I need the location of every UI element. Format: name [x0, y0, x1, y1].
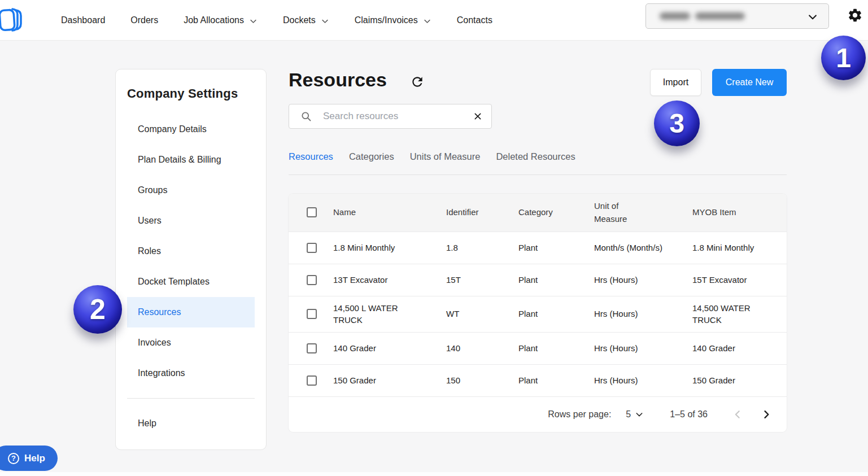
chevron-down-icon — [807, 11, 818, 23]
pagination-range: 1–5 of 36 — [670, 409, 708, 420]
table-row[interactable]: 1.8 Mini Monthly1.8PlantMonth/s (Month/s… — [289, 232, 787, 264]
nav-item-label: Claims/Invoices — [355, 15, 418, 25]
help-button[interactable]: ? Help — [0, 446, 58, 471]
sidebar-item-plan-details-billing[interactable]: Plan Details & Billing — [127, 145, 255, 175]
nav-item-claims-invoices[interactable]: Claims/Invoices — [355, 15, 431, 25]
sidebar-item-roles[interactable]: Roles — [127, 236, 255, 267]
cell-name: 13T Excavator — [333, 268, 426, 292]
rows-per-page-label: Rows per page: — [548, 409, 611, 420]
settings-gear-button[interactable] — [847, 7, 863, 24]
cell-identifier: 1.8 — [446, 236, 518, 260]
blurred-company-name — [660, 12, 745, 20]
sidebar-item-docket-templates[interactable]: Docket Templates — [127, 267, 255, 297]
table-header-row: NameIdentifierCategoryUnit of MeasureMYO… — [289, 194, 787, 232]
cell-category: Plant — [518, 268, 594, 292]
rows-per-page-value: 5 — [626, 409, 631, 420]
cell-unit: Hrs (Hours) — [594, 302, 692, 326]
bottom-strip — [0, 472, 868, 476]
nav-item-label: Orders — [130, 15, 158, 25]
nav-item-contacts[interactable]: Contacts — [457, 15, 492, 25]
sidebar-item-company-details[interactable]: Company Details — [127, 114, 255, 145]
cell-myob: 140 Grader — [692, 337, 777, 360]
sidebar-item-groups[interactable]: Groups — [127, 175, 255, 206]
row-checkbox[interactable] — [307, 343, 317, 353]
column-header-unit-of-measure: Unit of Measure — [594, 194, 646, 232]
cell-myob: 150 Grader — [692, 369, 777, 392]
create-new-button[interactable]: Create New — [712, 69, 787, 96]
nav-item-orders[interactable]: Orders — [130, 15, 158, 25]
cell-identifier: 140 — [446, 337, 518, 360]
row-checkbox[interactable] — [307, 375, 317, 386]
table-row[interactable]: 150 Grader150PlantHrs (Hours)150 Grader — [289, 364, 787, 396]
sidebar-item-users[interactable]: Users — [127, 206, 255, 236]
app-logo-icon[interactable] — [0, 6, 24, 33]
column-header-identifier: Identifier — [446, 200, 518, 224]
question-icon: ? — [8, 453, 19, 464]
sidebar-divider — [127, 398, 255, 399]
company-selector-dropdown[interactable] — [645, 3, 829, 29]
table-body: 1.8 Mini Monthly1.8PlantMonth/s (Month/s… — [289, 232, 787, 397]
table-row[interactable]: 140 Grader140PlantHrs (Hours)140 Grader — [289, 332, 787, 364]
row-checkbox[interactable] — [307, 243, 317, 253]
cell-myob: 14,500 WATER TRUCK — [692, 296, 777, 333]
cell-identifier: WT — [446, 302, 518, 326]
sidebar-item-resources[interactable]: Resources — [127, 297, 255, 327]
sidebar-item-help[interactable]: Help — [127, 408, 255, 439]
cell-category: Plant — [518, 337, 594, 360]
table-row[interactable]: 14,500 L WATER TRUCKWTPlantHrs (Hours)14… — [289, 296, 787, 333]
nav-item-label: Job Allocations — [184, 15, 244, 25]
cell-myob: 1.8 Mini Monthly — [692, 236, 777, 260]
cell-unit: Hrs (Hours) — [594, 369, 692, 392]
resource-tabs: ResourcesCategoriesUnits of MeasureDelet… — [289, 151, 575, 168]
cell-unit: Month/s (Month/s) — [594, 236, 692, 260]
chevron-down-icon — [635, 410, 644, 419]
nav-item-job-allocations[interactable]: Job Allocations — [184, 15, 258, 25]
tab-resources[interactable]: Resources — [289, 151, 333, 168]
annotation-step-3-badge: 3 — [654, 101, 700, 146]
previous-page-button[interactable] — [730, 407, 746, 422]
nav-item-label: Dashboard — [61, 15, 105, 25]
sidebar-item-invoices[interactable]: Invoices — [127, 327, 255, 358]
app-root: DashboardOrdersJob AllocationsDocketsCla… — [0, 0, 868, 476]
page-title: Resources — [289, 69, 387, 91]
refresh-button[interactable] — [409, 75, 425, 90]
chevron-down-icon — [249, 17, 258, 25]
row-checkbox[interactable] — [307, 309, 317, 319]
next-page-button[interactable] — [758, 407, 774, 422]
tab-categories[interactable]: Categories — [349, 151, 394, 168]
sidebar-menu: Company DetailsPlan Details & BillingGro… — [116, 114, 266, 388]
company-settings-sidebar: Company Settings Company DetailsPlan Det… — [115, 69, 267, 450]
nav-item-dockets[interactable]: Dockets — [283, 15, 329, 25]
rows-per-page-select[interactable]: 5 — [626, 409, 644, 420]
clear-search-icon[interactable] — [472, 111, 483, 122]
sidebar-item-integrations[interactable]: Integrations — [127, 358, 255, 388]
cell-name: 14,500 L WATER TRUCK — [333, 296, 426, 333]
annotation-step-1-badge: 1 — [821, 36, 866, 80]
tabs-divider — [289, 174, 787, 175]
cell-name: 1.8 Mini Monthly — [333, 236, 426, 260]
import-button[interactable]: Import — [650, 69, 701, 96]
nav-item-label: Dockets — [283, 15, 316, 25]
tab-units-of-measure[interactable]: Units of Measure — [410, 151, 481, 168]
table-row[interactable]: 13T Excavator15TPlantHrs (Hours)15T Exca… — [289, 264, 787, 296]
top-nav-bar: DashboardOrdersJob AllocationsDocketsCla… — [0, 0, 868, 41]
cell-identifier: 15T — [446, 268, 518, 292]
search-box — [289, 104, 492, 129]
column-header-category: Category — [518, 200, 594, 224]
select-all-checkbox[interactable] — [307, 207, 317, 217]
cell-identifier: 150 — [446, 369, 518, 392]
chevron-down-icon — [321, 17, 329, 25]
column-header-name: Name — [333, 200, 426, 224]
cell-myob: 15T Excavator — [692, 268, 777, 292]
sidebar-title: Company Settings — [116, 69, 266, 101]
cell-category: Plant — [518, 236, 594, 260]
cell-category: Plant — [518, 302, 594, 326]
pagination-bar: Rows per page: 5 1–5 of 36 — [289, 396, 787, 432]
cell-name: 150 Grader — [333, 369, 426, 392]
search-icon — [300, 111, 312, 122]
tab-deleted-resources[interactable]: Deleted Resources — [496, 151, 575, 168]
nav-item-dashboard[interactable]: Dashboard — [61, 15, 105, 25]
cell-unit: Hrs (Hours) — [594, 268, 692, 292]
row-checkbox[interactable] — [307, 275, 317, 285]
search-input[interactable] — [323, 111, 472, 122]
